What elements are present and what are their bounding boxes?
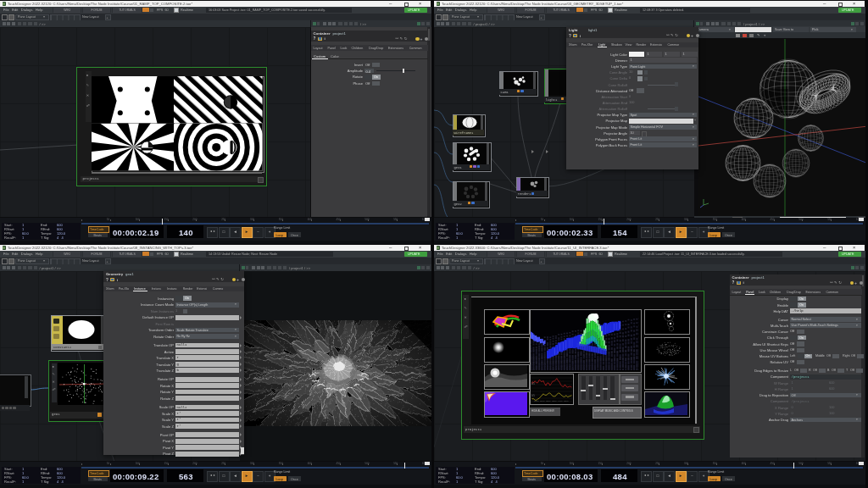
svg-text:420.0: 420.0 [546,400,551,402]
svg-text:0.5: 0.5 [531,394,535,397]
svg-text:410.0: 410.0 [540,400,545,402]
svg-text:0.5: 0.5 [531,382,535,385]
svg-text:430.0: 430.0 [552,400,557,402]
svg-text:400.0: 400.0 [534,400,539,402]
svg-text:440.0: 440.0 [558,400,563,402]
svg-text:450.0: 450.0 [564,400,569,402]
